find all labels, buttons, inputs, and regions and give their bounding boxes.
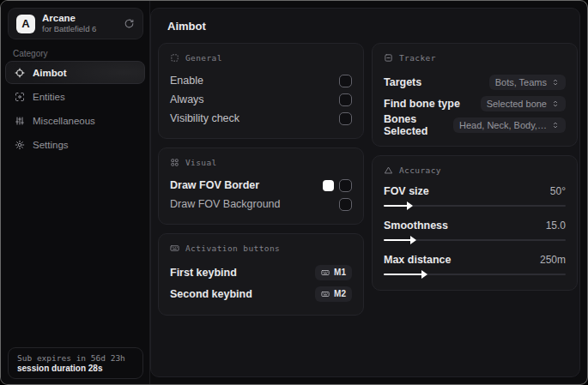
- chevrons-up-down-icon: [551, 78, 560, 87]
- brand-name: Arcane: [42, 13, 117, 24]
- gear-icon: [15, 140, 25, 150]
- dropdown-value: Selected bone: [487, 99, 547, 109]
- slider-fill: [384, 205, 408, 207]
- setting-row-fov-background: Draw FOV Background: [170, 195, 352, 214]
- setting-row-targets: Targets Bots, Teams: [384, 71, 566, 93]
- setting-row-bones-selected: Bones Selected Head, Neck, Body, Pe..: [384, 114, 566, 135]
- setting-row-fov-border: Draw FOV Border: [170, 176, 352, 195]
- dashed-square-icon: [170, 53, 179, 63]
- slider-group-fov-size: FOV size 50°: [384, 183, 566, 209]
- setting-label: Visibility check: [170, 112, 239, 124]
- setting-row-first-keybind: First keybind M1: [170, 262, 352, 283]
- setting-row-always: Always: [170, 90, 352, 109]
- main-panel: Aimbot General Enable: [150, 8, 580, 377]
- subscription-card: Sub expires in 56d 23h session duration …: [8, 347, 143, 379]
- second-keybind-button[interactable]: M2: [315, 286, 352, 302]
- slider-fill: [384, 239, 411, 241]
- sidebar-item-label: Miscellaneous: [33, 116, 95, 126]
- crosshair-icon: [15, 68, 25, 78]
- section-title: General: [185, 53, 222, 63]
- setting-label: Bones Selected: [384, 113, 453, 137]
- grid-icon: [170, 158, 179, 167]
- setting-row-visibility-check: Visibility check: [170, 109, 352, 128]
- keybind-value: M2: [334, 289, 346, 298]
- refresh-icon[interactable]: [124, 18, 135, 29]
- slider-group-max-distance: Max distance 250m: [384, 252, 566, 278]
- targets-dropdown[interactable]: Bots, Teams: [489, 75, 566, 90]
- slider-value: 50°: [550, 185, 566, 197]
- slider-thumb[interactable]: [407, 202, 413, 210]
- section-title: Activation buttons: [185, 244, 280, 253]
- keyboard-icon: [321, 268, 330, 277]
- enable-checkbox[interactable]: [339, 75, 352, 87]
- first-keybind-button[interactable]: M1: [315, 265, 352, 280]
- keyboard-icon: [321, 290, 330, 298]
- fov-border-color-swatch[interactable]: [323, 180, 334, 191]
- brand-card: A Arcane for Battlefield 6: [8, 8, 143, 39]
- sidebar-item-aimbot[interactable]: Aimbot: [5, 61, 145, 84]
- session-duration-text: session duration 28s: [17, 364, 134, 373]
- setting-label: Draw FOV Background: [170, 198, 281, 210]
- visual-card: Visual Draw FOV Border Draw FOV Backgrou…: [158, 147, 364, 225]
- brand-subtitle: for Battlefield 6: [42, 25, 117, 34]
- sliders-icon: [15, 116, 25, 126]
- setting-label: Max distance: [384, 254, 452, 266]
- always-checkbox[interactable]: [339, 93, 352, 106]
- dropdown-value: Bots, Teams: [495, 77, 547, 87]
- setting-label: Enable: [170, 75, 203, 87]
- sidebar-item-miscellaneous[interactable]: Miscellaneous: [5, 109, 145, 132]
- square-minus-icon: [384, 53, 393, 63]
- slider-value: 15.0: [546, 220, 566, 232]
- setting-label: First keybind: [170, 267, 237, 279]
- section-title: Tracker: [399, 53, 436, 63]
- setting-label: Draw FOV Border: [170, 179, 259, 191]
- keyboard-icon: [170, 244, 179, 253]
- brand-logo: A: [16, 15, 35, 33]
- page-title: Aimbot: [167, 20, 573, 33]
- scan-eye-icon: [15, 92, 25, 102]
- slider-fill: [384, 274, 422, 275]
- bones-selected-dropdown[interactable]: Head, Neck, Body, Pe..: [453, 117, 566, 133]
- section-title: Visual: [185, 158, 217, 167]
- setting-row-enable: Enable: [170, 71, 352, 90]
- accuracy-card: Accuracy FOV size 50°: [372, 155, 578, 291]
- slider-group-smoothness: Smoothness 15.0: [384, 218, 566, 244]
- smoothness-slider[interactable]: [384, 237, 566, 244]
- setting-label: Always: [170, 93, 204, 105]
- slider-value: 250m: [540, 254, 566, 266]
- setting-label: Find bone type: [384, 98, 460, 110]
- setting-label: Second keybind: [170, 288, 252, 300]
- sidebar-item-label: Aimbot: [33, 68, 67, 78]
- fov-border-checkbox[interactable]: [339, 179, 352, 192]
- sidebar-item-settings[interactable]: Settings: [5, 133, 145, 156]
- find-bone-type-dropdown[interactable]: Selected bone: [481, 96, 566, 111]
- sidebar-item-entities[interactable]: Entities: [5, 85, 145, 108]
- setting-label: Smoothness: [384, 220, 448, 232]
- fov-size-slider[interactable]: [384, 202, 566, 209]
- sidebar: A Arcane for Battlefield 6 Category Aimb…: [1, 1, 150, 384]
- setting-row-find-bone-type: Find bone type Selected bone: [384, 93, 566, 114]
- setting-label: FOV size: [384, 185, 429, 197]
- keybind-value: M1: [334, 268, 346, 277]
- sidebar-item-label: Settings: [33, 140, 69, 150]
- max-distance-slider[interactable]: [384, 271, 566, 278]
- setting-label: Targets: [384, 76, 421, 88]
- tracker-card: Tracker Targets Bots, Teams Find bone ty…: [372, 43, 578, 147]
- app-window: A Arcane for Battlefield 6 Category Aimb…: [0, 0, 588, 385]
- triangle-icon: [384, 165, 393, 175]
- dropdown-value: Head, Neck, Body, Pe..: [459, 120, 547, 130]
- visibility-check-checkbox[interactable]: [339, 112, 352, 125]
- sub-expiry-text: Sub expires in 56d 23h: [17, 353, 134, 363]
- section-title: Accuracy: [399, 165, 441, 175]
- fov-background-checkbox[interactable]: [339, 198, 352, 211]
- category-label: Category: [13, 49, 48, 58]
- general-card: General Enable Always Visibility check: [158, 43, 364, 139]
- chevrons-up-down-icon: [551, 121, 560, 129]
- slider-thumb[interactable]: [410, 236, 416, 244]
- sidebar-nav: Aimbot Entities Miscellaneous Settings: [5, 61, 145, 157]
- activation-card: Activation buttons First keybind M1 Seco…: [158, 233, 364, 316]
- sidebar-item-label: Entities: [33, 92, 65, 102]
- chevrons-up-down-icon: [551, 99, 560, 108]
- setting-row-second-keybind: Second keybind M2: [170, 283, 352, 304]
- slider-thumb[interactable]: [421, 270, 427, 279]
